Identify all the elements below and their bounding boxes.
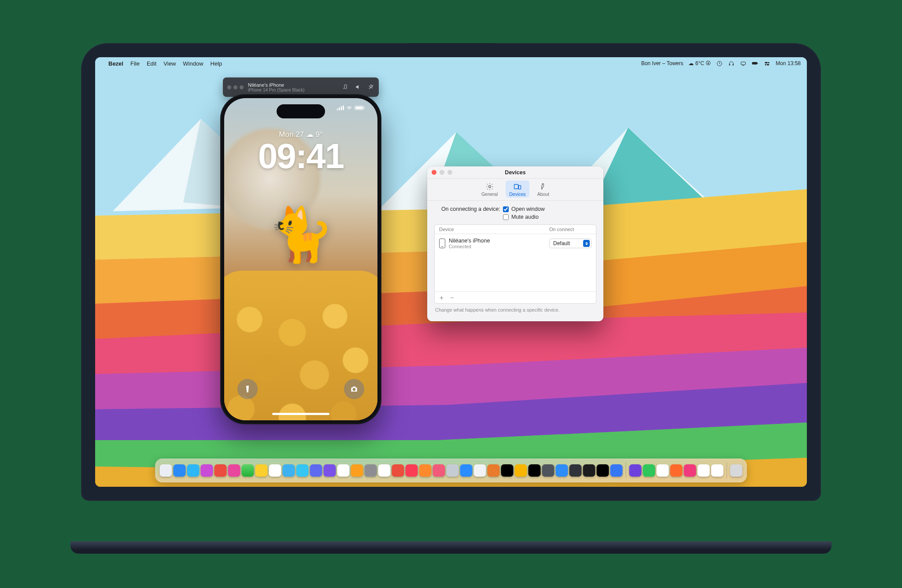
- menubar-file[interactable]: File: [130, 60, 140, 67]
- prefs-title: Devices: [505, 169, 525, 176]
- tab-general[interactable]: General: [478, 180, 501, 198]
- dock-app[interactable]: [711, 464, 724, 477]
- svg-rect-34: [356, 107, 362, 109]
- svg-point-24: [768, 62, 769, 63]
- mute-audio-label[interactable]: Mute audio: [511, 214, 539, 220]
- svg-rect-38: [518, 186, 521, 189]
- prefs-titlebar[interactable]: Devices: [427, 166, 603, 179]
- dock[interactable]: [155, 459, 747, 482]
- signal-icon: [337, 105, 344, 110]
- phone-flashlight-button[interactable]: [237, 379, 258, 399]
- phone-camera-button[interactable]: [344, 379, 364, 399]
- laptop-notch: [407, 43, 495, 55]
- dock-app[interactable]: [657, 464, 669, 477]
- dock-app[interactable]: [460, 464, 473, 477]
- dock-app[interactable]: [433, 464, 445, 477]
- svg-point-25: [765, 64, 766, 65]
- dock-app[interactable]: [283, 464, 295, 477]
- dock-app[interactable]: [730, 464, 743, 477]
- dock-app[interactable]: [228, 464, 240, 477]
- dock-app[interactable]: [337, 464, 350, 477]
- menubar-help[interactable]: Help: [211, 60, 222, 67]
- dock-app[interactable]: [324, 464, 336, 477]
- tab-devices[interactable]: Devices: [506, 180, 529, 198]
- mute-audio-checkbox[interactable]: [503, 214, 509, 220]
- dock-app[interactable]: [392, 464, 404, 477]
- menubar-clock[interactable]: Mon 13:58: [776, 60, 801, 66]
- menubar-now-playing[interactable]: Bon Iver – Towers: [641, 60, 684, 66]
- window-traffic-lights[interactable]: [227, 85, 244, 89]
- dock-app[interactable]: [365, 464, 377, 477]
- menubar-edit[interactable]: Edit: [147, 60, 156, 67]
- dock-app[interactable]: [501, 464, 514, 477]
- dock-app[interactable]: [643, 464, 655, 477]
- device-row[interactable]: Niléane's iPhone Connected Default: [435, 234, 596, 253]
- bezel-pin-button[interactable]: [368, 84, 374, 91]
- bezel-rotate-button[interactable]: [342, 84, 349, 91]
- dock-app[interactable]: [419, 464, 432, 477]
- prefs-connect-label: On connecting a device:: [434, 206, 500, 212]
- phone-home-indicator[interactable]: [272, 413, 329, 415]
- dock-app[interactable]: [474, 464, 486, 477]
- dock-app[interactable]: [174, 464, 186, 477]
- on-connect-popup[interactable]: Default: [549, 239, 591, 248]
- dock-app[interactable]: [698, 464, 710, 477]
- dock-app[interactable]: [515, 464, 527, 477]
- close-button[interactable]: [432, 170, 436, 175]
- dock-app[interactable]: [529, 464, 541, 477]
- tab-about[interactable]: About: [534, 180, 553, 198]
- dock-app[interactable]: [447, 464, 459, 477]
- dock-app[interactable]: [160, 464, 172, 477]
- zoom-button[interactable]: [447, 170, 452, 175]
- add-device-button[interactable]: ＋: [436, 293, 446, 302]
- phone-dynamic-island: [277, 104, 325, 118]
- dock-app[interactable]: [201, 464, 213, 477]
- dock-app[interactable]: [488, 464, 500, 477]
- dock-app[interactable]: [583, 464, 595, 477]
- menubar-app-name[interactable]: Bezel: [108, 60, 123, 67]
- dock-app[interactable]: [542, 464, 555, 477]
- dock-app[interactable]: [610, 464, 623, 477]
- dock-app[interactable]: [670, 464, 683, 477]
- svg-rect-27: [344, 85, 347, 88]
- dock-app[interactable]: [597, 464, 609, 477]
- remove-device-button[interactable]: －: [447, 293, 457, 302]
- device-row-status: Connected: [449, 244, 490, 249]
- dock-app[interactable]: [255, 464, 268, 477]
- dock-app[interactable]: [242, 464, 254, 477]
- prefs-tabs: General Devices About: [427, 179, 603, 201]
- dock-app[interactable]: [351, 464, 363, 477]
- bezel-volume-button[interactable]: [355, 84, 362, 91]
- dock-app[interactable]: [569, 464, 582, 477]
- menubar-view[interactable]: View: [163, 60, 176, 67]
- menubar-headphones-icon[interactable]: [728, 60, 735, 67]
- dock-app[interactable]: [269, 464, 281, 477]
- menubar-control-center-icon[interactable]: [764, 60, 770, 67]
- dock-app[interactable]: [378, 464, 391, 477]
- dock-app[interactable]: [556, 464, 568, 477]
- prefs-hint: Change what happens when connecting a sp…: [434, 304, 596, 318]
- menubar-window[interactable]: Window: [183, 60, 203, 67]
- dock-app[interactable]: [296, 464, 309, 477]
- dock-app[interactable]: [310, 464, 322, 477]
- open-window-label[interactable]: Open window: [511, 206, 545, 212]
- open-window-checkbox[interactable]: [503, 206, 509, 212]
- dock-app[interactable]: [406, 464, 418, 477]
- phone-mirror-window[interactable]: 🐈 Mon 27 ☁︎ 9° 09:41: [220, 94, 381, 424]
- minimize-button[interactable]: [440, 170, 444, 175]
- menubar-display-icon[interactable]: [740, 60, 747, 67]
- dock-app[interactable]: [684, 464, 696, 477]
- menubar-weather[interactable]: ☁︎ 6°C ⦿: [688, 60, 711, 66]
- dock-app[interactable]: [629, 464, 642, 477]
- laptop-frame: Bezel File Edit View Window Help Bon Ive…: [81, 43, 821, 545]
- bezel-device-name: Niléane's iPhone: [248, 82, 304, 88]
- svg-rect-30: [339, 107, 340, 110]
- dock-app[interactable]: [187, 464, 200, 477]
- window-traffic-lights[interactable]: [432, 170, 452, 175]
- phone-wallpaper-cat: 🐈: [263, 197, 338, 272]
- menubar-battery-icon[interactable]: [752, 60, 758, 67]
- menubar-clock-icon[interactable]: [716, 60, 723, 67]
- preferences-window: Devices General Devices About: [427, 166, 603, 321]
- device-table: Device On connect Niléane's iPhone Conne…: [434, 224, 596, 304]
- dock-app[interactable]: [214, 464, 227, 477]
